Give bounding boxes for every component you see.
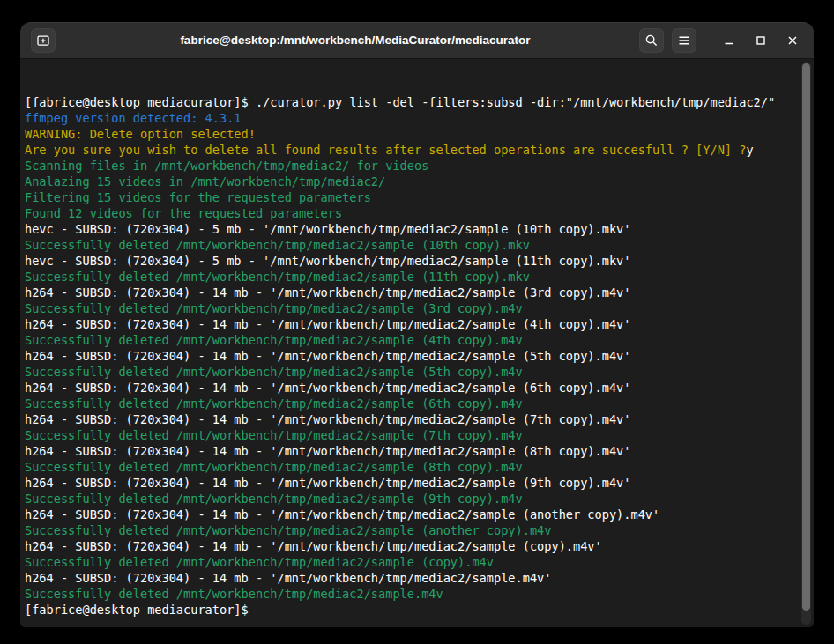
close-icon xyxy=(786,33,800,48)
terminal-line: hevc - SUBSD: (720x304) - 5 mb - '/mnt/w… xyxy=(25,253,796,269)
terminal-line: h264 - SUBSD: (720x304) - 14 mb - '/mnt/… xyxy=(25,507,796,522)
terminal-line: Filtering 15 videos for the requested pa… xyxy=(25,189,796,205)
terminal-line: ffmpeg version detected: 4.3.1 xyxy=(25,110,796,126)
terminal-text-segment: [fabrice@desktop mediacurator]$ ./curato… xyxy=(25,95,775,109)
terminal-text-segment: h264 - SUBSD: (720x304) - 14 mb - '/mnt/… xyxy=(25,285,630,300)
terminal-text-segment: Are you sure you wish to delete all foun… xyxy=(25,143,746,157)
search-button[interactable] xyxy=(639,28,664,53)
terminal-text-segment: h264 - SUBSD: (720x304) - 14 mb - '/mnt/… xyxy=(25,412,630,426)
terminal-window: fabrice@desktop:/mnt/workbench/MediaCura… xyxy=(20,22,814,627)
terminal-line: Successfully deleted /mnt/workbench/tmp/… xyxy=(25,586,796,602)
terminal-line: Are you sure you wish to delete all foun… xyxy=(25,142,796,158)
close-button[interactable] xyxy=(782,28,803,53)
terminal-line: hevc - SUBSD: (720x304) - 5 mb - '/mnt/w… xyxy=(25,221,796,237)
terminal-text-segment: h264 - SUBSD: (720x304) - 14 mb - '/mnt/… xyxy=(25,507,659,522)
terminal-line: Analazing 15 videos in /mnt/workbench/tm… xyxy=(25,174,796,189)
terminal-text-segment: hevc - SUBSD: (720x304) - 5 mb - '/mnt/w… xyxy=(25,254,630,268)
terminal-text-segment: Successfully deleted /mnt/workbench/tmp/… xyxy=(25,460,523,474)
terminal-line: Successfully deleted /mnt/workbench/tmp/… xyxy=(25,269,796,285)
scrollbar[interactable] xyxy=(801,62,811,625)
terminal-line: Successfully deleted /mnt/workbench/tmp/… xyxy=(25,491,796,507)
terminal-text-segment: ffmpeg version detected: 4.3.1 xyxy=(25,111,242,125)
terminal-line: h264 - SUBSD: (720x304) - 14 mb - '/mnt/… xyxy=(25,348,796,364)
terminal-line: Successfully deleted /mnt/workbench/tmp/… xyxy=(25,364,796,380)
terminal-text-segment: hevc - SUBSD: (720x304) - 5 mb - '/mnt/w… xyxy=(25,222,630,236)
minimize-icon xyxy=(722,33,736,48)
terminal-text-segment: Successfully deleted /mnt/workbench/tmp/… xyxy=(25,238,530,252)
terminal-line: h264 - SUBSD: (720x304) - 14 mb - '/mnt/… xyxy=(25,443,796,459)
search-icon xyxy=(644,33,659,48)
new-tab-icon xyxy=(36,33,50,48)
minimize-button[interactable] xyxy=(719,28,740,53)
terminal-text-segment: Successfully deleted /mnt/workbench/tmp/… xyxy=(25,523,551,537)
terminal-text-segment: h264 - SUBSD: (720x304) - 14 mb - '/mnt/… xyxy=(25,349,630,363)
terminal-text-segment: h264 - SUBSD: (720x304) - 14 mb - '/mnt/… xyxy=(25,476,630,490)
terminal-text-segment: h264 - SUBSD: (720x304) - 14 mb - '/mnt/… xyxy=(25,571,551,585)
terminal-line: Successfully deleted /mnt/workbench/tmp/… xyxy=(25,237,796,253)
maximize-button[interactable] xyxy=(750,28,771,53)
terminal-text-segment: WARNING: Delete option selected! xyxy=(25,127,256,141)
terminal-line: h264 - SUBSD: (720x304) - 14 mb - '/mnt/… xyxy=(25,411,796,427)
terminal-line: WARNING: Delete option selected! xyxy=(25,126,796,142)
terminal-viewport[interactable]: [fabrice@desktop mediacurator]$ ./curato… xyxy=(20,59,814,627)
terminal-line: Scanning files in /mnt/workbench/tmp/med… xyxy=(25,158,796,174)
terminal-line: h264 - SUBSD: (720x304) - 14 mb - '/mnt/… xyxy=(25,570,796,586)
headerbar[interactable]: fabrice@desktop:/mnt/workbench/MediaCura… xyxy=(20,22,814,59)
maximize-icon xyxy=(754,33,768,48)
terminal-text-segment: h264 - SUBSD: (720x304) - 14 mb - '/mnt/… xyxy=(25,317,630,331)
new-tab-button[interactable] xyxy=(31,28,56,53)
menu-button[interactable] xyxy=(672,28,696,53)
terminal-line: h264 - SUBSD: (720x304) - 14 mb - '/mnt/… xyxy=(25,380,796,396)
terminal-line: Successfully deleted /mnt/workbench/tmp/… xyxy=(25,396,796,411)
terminal-line: h264 - SUBSD: (720x304) - 14 mb - '/mnt/… xyxy=(25,285,796,300)
terminal-text-segment: Successfully deleted /mnt/workbench/tmp/… xyxy=(25,428,523,442)
terminal-text-segment: h264 - SUBSD: (720x304) - 14 mb - '/mnt/… xyxy=(25,539,602,553)
terminal-text-segment: Successfully deleted /mnt/workbench/tmp/… xyxy=(25,365,523,379)
terminal-text-segment: h264 - SUBSD: (720x304) - 14 mb - '/mnt/… xyxy=(25,444,630,458)
hamburger-menu-icon xyxy=(677,33,691,48)
terminal-text-segment: Successfully deleted /mnt/workbench/tmp/… xyxy=(25,270,530,284)
window-title: fabrice@desktop:/mnt/workbench/MediaCura… xyxy=(73,22,637,59)
terminal-line: Found 12 videos for the requested parame… xyxy=(25,205,796,221)
terminal-line: Successfully deleted /mnt/workbench/tmp/… xyxy=(25,300,796,316)
terminal-line: h264 - SUBSD: (720x304) - 14 mb - '/mnt/… xyxy=(25,538,796,554)
terminal-line: Successfully deleted /mnt/workbench/tmp/… xyxy=(25,427,796,443)
terminal-text-segment: [fabrice@desktop mediacurator]$ xyxy=(25,603,249,617)
terminal-text-segment: Successfully deleted /mnt/workbench/tmp/… xyxy=(25,492,523,506)
terminal-line: h264 - SUBSD: (720x304) - 14 mb - '/mnt/… xyxy=(25,316,796,332)
terminal-text-segment: Successfully deleted /mnt/workbench/tmp/… xyxy=(25,396,523,411)
terminal-text-segment: y xyxy=(746,143,753,157)
terminal-text-segment: Successfully deleted /mnt/workbench/tmp/… xyxy=(25,301,523,315)
terminal-text-segment: Successfully deleted /mnt/workbench/tmp/… xyxy=(25,587,443,601)
terminal-text-segment: h264 - SUBSD: (720x304) - 14 mb - '/mnt/… xyxy=(25,381,630,395)
terminal-text-segment: Successfully deleted /mnt/workbench/tmp/… xyxy=(25,333,523,347)
terminal-text-segment: Found 12 videos for the requested parame… xyxy=(25,206,342,220)
terminal-line: Successfully deleted /mnt/workbench/tmp/… xyxy=(25,522,796,538)
terminal-line: Successfully deleted /mnt/workbench/tmp/… xyxy=(25,554,796,570)
terminal-line: [fabrice@desktop mediacurator]$ xyxy=(25,602,796,618)
terminal-line: [fabrice@desktop mediacurator]$ ./curato… xyxy=(25,94,796,110)
terminal-text-segment: Filtering 15 videos for the requested pa… xyxy=(25,190,371,204)
terminal-output: [fabrice@desktop mediacurator]$ ./curato… xyxy=(25,94,796,618)
terminal-line: Successfully deleted /mnt/workbench/tmp/… xyxy=(25,459,796,475)
scrollbar-thumb[interactable] xyxy=(802,63,810,611)
terminal-line: Successfully deleted /mnt/workbench/tmp/… xyxy=(25,332,796,348)
terminal-line: h264 - SUBSD: (720x304) - 14 mb - '/mnt/… xyxy=(25,475,796,491)
terminal-text-segment: Analazing 15 videos in /mnt/workbench/tm… xyxy=(25,174,385,189)
terminal-text-segment: Scanning files in /mnt/workbench/tmp/med… xyxy=(25,159,428,173)
terminal-text-segment: Successfully deleted /mnt/workbench/tmp/… xyxy=(25,555,494,569)
